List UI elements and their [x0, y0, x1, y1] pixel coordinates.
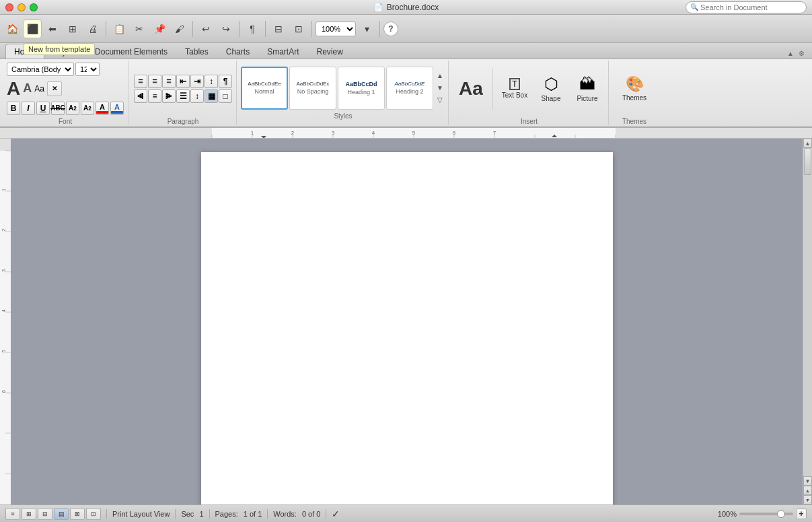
- scrollbar-track[interactable]: [803, 148, 812, 476]
- copy-button[interactable]: 📋: [110, 20, 128, 38]
- tab-document-elements[interactable]: Document Elements: [86, 44, 176, 59]
- scissors-button[interactable]: ✂: [130, 20, 149, 38]
- underline-button[interactable]: U: [36, 102, 50, 115]
- words-label: Words:: [273, 510, 297, 518]
- vertical-scrollbar[interactable]: ▲ ▼ ▲ ▼: [803, 139, 812, 505]
- align-right-button[interactable]: ⫸: [162, 89, 176, 103]
- tab-charts[interactable]: Charts: [217, 44, 258, 59]
- document-page[interactable]: [201, 152, 613, 505]
- numbering-button[interactable]: ≡: [148, 75, 161, 88]
- new-from-template-button[interactable]: ⬛ New from template: [23, 20, 42, 38]
- line-spacing-button[interactable]: ↕: [190, 89, 204, 103]
- zoom-slider-thumb[interactable]: [777, 510, 785, 518]
- shape-button[interactable]: ⬡ Shape: [534, 69, 568, 109]
- sidebar-toggle-button[interactable]: ⊡: [289, 20, 308, 38]
- align-left-button[interactable]: ⫷: [134, 89, 147, 103]
- styles-scroll-down[interactable]: ▼: [435, 83, 445, 94]
- increase-indent-button[interactable]: ⇥: [190, 75, 204, 88]
- decrease-indent-button[interactable]: ⇤: [176, 75, 190, 88]
- bullets-button[interactable]: ≡: [134, 75, 147, 88]
- view-btn-5[interactable]: ⊠: [70, 508, 85, 520]
- style-heading2-preview: AaBbCcDdE: [395, 81, 425, 87]
- font-family-select[interactable]: Cambria (Body): [7, 63, 74, 76]
- view-btn-1[interactable]: ≡: [5, 508, 20, 520]
- window-controls[interactable]: [5, 3, 38, 11]
- paste-button[interactable]: 📌: [150, 20, 169, 38]
- tab-smartart[interactable]: SmartArt: [258, 44, 307, 59]
- paintbrush-button[interactable]: 🖌: [170, 20, 189, 38]
- view-btn-2[interactable]: ⊞: [22, 508, 36, 520]
- pilcrow-button[interactable]: ¶: [243, 20, 262, 38]
- minimize-button[interactable]: [17, 3, 26, 11]
- font-color-button[interactable]: A: [110, 102, 124, 115]
- maximize-button[interactable]: [30, 3, 38, 11]
- separator-2: [192, 21, 193, 37]
- strikethrough-button[interactable]: ABC: [51, 102, 65, 115]
- highlight-button[interactable]: A: [96, 102, 109, 115]
- tab-tables[interactable]: Tables: [176, 44, 217, 59]
- picture-button[interactable]: 🏔 Picture: [570, 69, 604, 109]
- document-area[interactable]: [11, 139, 803, 505]
- justify-button[interactable]: ☰: [176, 89, 190, 103]
- text-box-button[interactable]: T Text Box: [498, 69, 531, 109]
- redo-button[interactable]: ↪: [217, 20, 235, 38]
- sort-button[interactable]: ↕: [205, 75, 218, 88]
- styles-button[interactable]: Aa: [454, 69, 488, 109]
- bold-button[interactable]: B: [7, 102, 20, 115]
- search-box[interactable]: 🔍: [686, 1, 807, 13]
- change-case-button[interactable]: Aa: [34, 84, 44, 94]
- scroll-next-page[interactable]: ▼: [803, 495, 812, 505]
- svg-rect-21: [0, 151, 11, 505]
- clear-format-button[interactable]: ✕: [47, 81, 62, 96]
- close-button[interactable]: [5, 3, 13, 11]
- show-hide-pilcrow-button[interactable]: ¶: [219, 75, 232, 88]
- styles-section-label: Styles: [334, 112, 352, 120]
- search-area[interactable]: 🔍: [686, 1, 807, 13]
- zoom-dropdown-button[interactable]: ▾: [357, 20, 376, 38]
- home-button[interactable]: 🏠: [3, 20, 22, 38]
- font-shrink-button[interactable]: A: [23, 81, 32, 96]
- view-btn-4-print-layout[interactable]: ▤: [54, 508, 69, 520]
- scroll-up-button[interactable]: ▲: [803, 139, 812, 148]
- zoom-slider[interactable]: [739, 513, 793, 515]
- border-button[interactable]: □: [219, 89, 232, 103]
- font-grow-button[interactable]: A: [7, 79, 20, 98]
- styles-expand[interactable]: ▽: [435, 95, 445, 106]
- subscript-button[interactable]: A2: [81, 102, 94, 115]
- tab-review[interactable]: Review: [307, 44, 351, 59]
- italic-button[interactable]: I: [22, 102, 35, 115]
- styles-nav-buttons: ▲ ▼ ▽: [435, 71, 445, 106]
- spell-check-icon: ✓: [332, 509, 340, 519]
- zoom-controls: 100% +: [718, 509, 807, 519]
- view-btn-3[interactable]: ⊟: [38, 508, 52, 520]
- help-button[interactable]: ?: [383, 22, 398, 36]
- zoom-select[interactable]: 100%: [316, 22, 356, 36]
- align-center-button[interactable]: ≡: [148, 89, 161, 103]
- print-button[interactable]: 🖨: [83, 20, 102, 38]
- status-sep-2: [175, 509, 176, 519]
- view-toggle-button[interactable]: ⊟: [269, 20, 288, 38]
- scrollbar-thumb[interactable]: [804, 148, 811, 175]
- multilevel-list-button[interactable]: ≡: [162, 75, 176, 88]
- zoom-in-button[interactable]: +: [796, 509, 807, 519]
- font-size-select[interactable]: 12: [75, 63, 100, 76]
- ribbon-collapse-button[interactable]: ▲: [785, 48, 796, 59]
- style-heading1[interactable]: AaBbCcDd Heading 1: [338, 67, 385, 110]
- ribbon-options-button[interactable]: ⚙: [796, 48, 807, 59]
- shading-button[interactable]: ▦: [205, 89, 218, 103]
- grid-button[interactable]: ⊞: [63, 20, 82, 38]
- ribbon-tab-bar: Home Layout Document Elements Tables Cha…: [0, 43, 812, 59]
- style-normal[interactable]: AaBbCcDdEe Normal: [241, 67, 288, 110]
- superscript-button[interactable]: A2: [66, 102, 79, 115]
- scroll-down-button[interactable]: ▼: [803, 476, 812, 486]
- search-input[interactable]: [700, 3, 801, 11]
- styles-scroll-up[interactable]: ▲: [435, 71, 445, 81]
- undo-button[interactable]: ↩: [196, 20, 215, 38]
- scroll-prev-page[interactable]: ▲: [803, 486, 812, 495]
- themes-icon: 🎨: [626, 75, 644, 93]
- style-heading2[interactable]: AaBbCcDdE Heading 2: [386, 67, 433, 110]
- view-btn-6[interactable]: ⊡: [86, 508, 101, 520]
- style-no-spacing[interactable]: AaBbCcDdEc No Spacing: [289, 67, 336, 110]
- back-button[interactable]: ⬅: [43, 20, 62, 38]
- themes-button[interactable]: 🎨 Themes: [614, 65, 655, 112]
